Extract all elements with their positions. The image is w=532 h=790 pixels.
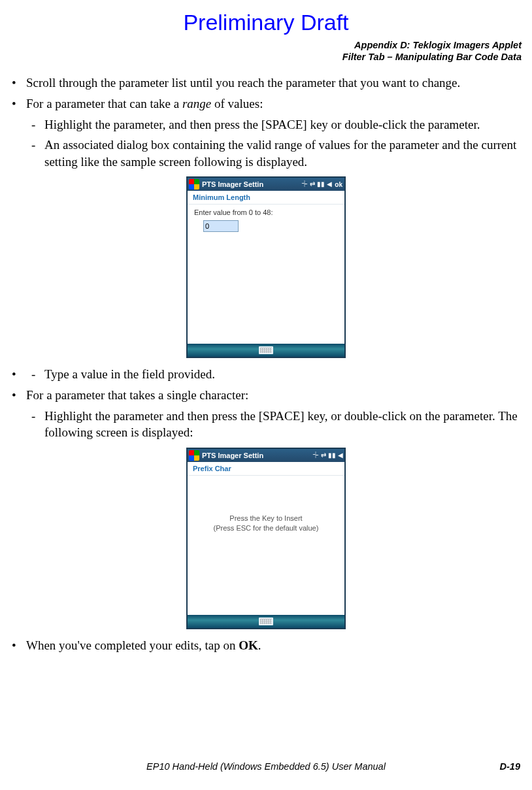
signal-icon: ⏆ bbox=[301, 181, 308, 188]
instruction-list-cont: Type a value in the field provided. For … bbox=[7, 366, 525, 441]
pseudo-continue: Type a value in the field provided. bbox=[7, 366, 525, 383]
sublist-range: Highlight the parameter, and then press … bbox=[26, 116, 525, 171]
network-icon: ▮▮ bbox=[328, 452, 336, 459]
sub-dialog: An associated dialog box containing the … bbox=[26, 137, 525, 170]
instruction-list-final: When you've completed your edits, tap on… bbox=[7, 637, 525, 654]
text-fragment: For a parameter that can take a bbox=[26, 97, 182, 110]
device-frame: PTS Imager Settin ⏆ ⇄ ▮▮ ◀ ok Minimum Le… bbox=[186, 176, 346, 358]
page-footer: EP10 Hand-Held (Windows Embedded 6.5) Us… bbox=[0, 761, 532, 772]
instruction-list: Scroll through the parameter list until … bbox=[7, 74, 525, 170]
instruction-text: Press the Key to Insert (Press ESC for t… bbox=[193, 514, 339, 534]
sublist-single: Highlight the parameter and then press t… bbox=[26, 408, 525, 441]
window-title: PTS Imager Settin bbox=[202, 180, 301, 188]
bold-ok: OK bbox=[239, 638, 258, 652]
prompt-text: Enter value from 0 to 48: bbox=[194, 208, 339, 216]
sub-highlight: Highlight the parameter, and then press … bbox=[26, 116, 525, 133]
bottom-bar bbox=[188, 615, 344, 628]
text-fragment: . bbox=[258, 638, 261, 652]
instruction-line2: (Press ESC for the default value) bbox=[193, 523, 339, 533]
ok-button[interactable]: ok bbox=[334, 181, 343, 188]
screenshot-minimum-length: PTS Imager Settin ⏆ ⇄ ▮▮ ◀ ok Minimum Le… bbox=[7, 176, 525, 358]
text-fragment: When you've completed your edits, tap on bbox=[26, 638, 239, 652]
windows-start-icon[interactable] bbox=[189, 179, 199, 189]
panel-title: Prefix Char bbox=[188, 462, 344, 476]
screenshot-prefix-char: PTS Imager Settin ⏆ ⇄ ▮▮ ◀ Prefix Char P… bbox=[7, 448, 525, 629]
sync-icon: ⇄ bbox=[310, 181, 315, 188]
keyboard-icon[interactable] bbox=[259, 617, 273, 625]
draft-watermark: Preliminary Draft bbox=[7, 10, 525, 35]
bullet-range-param: For a parameter that can take a range of… bbox=[7, 95, 525, 171]
bottom-bar bbox=[188, 344, 344, 357]
bullet-single-char: For a parameter that takes a single char… bbox=[7, 387, 525, 441]
sub-type-value: Type a value in the field provided. bbox=[26, 366, 525, 383]
panel-title: Minimum Length bbox=[188, 191, 344, 205]
network-icon: ▮▮ bbox=[317, 181, 325, 188]
panel-body: Enter value from 0 to 48: 0 bbox=[188, 205, 344, 346]
value-input[interactable]: 0 bbox=[203, 220, 239, 232]
bullet-scroll: Scroll through the parameter list until … bbox=[7, 74, 525, 91]
device-frame: PTS Imager Settin ⏆ ⇄ ▮▮ ◀ Prefix Char P… bbox=[186, 448, 346, 629]
instruction-line1: Press the Key to Insert bbox=[193, 514, 339, 523]
system-tray: ⏆ ⇄ ▮▮ ◀ ok bbox=[301, 181, 343, 188]
window-titlebar: PTS Imager Settin ⏆ ⇄ ▮▮ ◀ bbox=[188, 449, 344, 462]
footer-title: EP10 Hand-Held (Windows Embedded 6.5) Us… bbox=[146, 761, 386, 772]
page-number: D-19 bbox=[500, 761, 520, 772]
page-header: Appendix D: Teklogix Imagers Applet Filt… bbox=[7, 39, 522, 63]
sync-icon: ⇄ bbox=[321, 452, 326, 459]
text-fragment: For a parameter that takes a single char… bbox=[26, 388, 248, 402]
window-titlebar: PTS Imager Settin ⏆ ⇄ ▮▮ ◀ ok bbox=[188, 178, 344, 191]
bullet-complete: When you've completed your edits, tap on… bbox=[7, 637, 525, 654]
header-section: Filter Tab – Manipulating Bar Code Data bbox=[7, 51, 522, 63]
window-title: PTS Imager Settin bbox=[202, 452, 312, 459]
text-fragment: of values: bbox=[211, 97, 263, 110]
windows-start-icon[interactable] bbox=[189, 450, 199, 461]
emphasis-range: range bbox=[182, 97, 211, 110]
volume-icon: ◀ bbox=[327, 181, 332, 188]
signal-icon: ⏆ bbox=[312, 452, 319, 459]
keyboard-icon[interactable] bbox=[259, 346, 273, 354]
volume-icon: ◀ bbox=[338, 452, 343, 459]
sublist-range-cont: Type a value in the field provided. bbox=[26, 366, 525, 383]
system-tray: ⏆ ⇄ ▮▮ ◀ bbox=[312, 452, 343, 459]
sub-highlight-single: Highlight the parameter and then press t… bbox=[26, 408, 525, 441]
panel-body: Press the Key to Insert (Press ESC for t… bbox=[188, 476, 344, 617]
header-appendix: Appendix D: Teklogix Imagers Applet bbox=[7, 39, 522, 51]
